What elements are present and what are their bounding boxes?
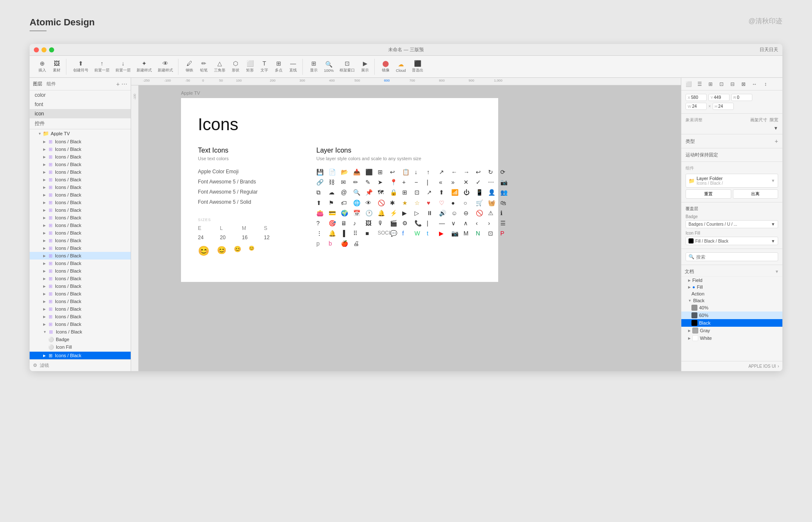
toolbar-line-btn[interactable]: — 直线 [286,59,300,75]
sidebar-bottom[interactable]: ⚙ 滤镜 [30,359,131,371]
close-button[interactable] [34,47,39,52]
page-widget[interactable]: 控件 [30,118,131,129]
page-font[interactable]: font [30,100,131,109]
toolbar-export-btn[interactable]: ⬛ 普选出 [409,59,426,75]
sidebar-pages: color font icon 控件 [30,90,131,129]
layer-item-23[interactable]: ▶ ⊞ Icons / Black [30,313,131,320]
sidebar-tab-layers[interactable]: 图层 [33,81,42,87]
toolbar-shape-btn[interactable]: ⬡ 形状 [229,59,242,75]
layer-item-10[interactable]: ▶ ⊞ Icons / Black [30,214,131,221]
layer-item-16[interactable]: ▶ ⊞ Icons / Black [30,260,131,267]
canvas-viewport[interactable]: Apple TV Icons Text Icons Use text color… [139,85,681,371]
rs-tree-60[interactable]: 60% [681,312,782,319]
rs-tree-black[interactable]: Black [681,319,782,327]
layer-item-12[interactable]: ▶ ⊞ Icons / Black [30,229,131,237]
layer-item-9[interactable]: ▶ ⊞ Icons / Black [30,206,131,214]
coord-y[interactable]: Y 449 [708,94,730,101]
minimize-button[interactable] [41,47,47,52]
toolbar-view-btn[interactable]: 👁 新建样式 [155,59,176,75]
rs-dropdown-type[interactable]: ▼ [774,126,778,131]
rs-align-btn-7[interactable]: ↔ [750,79,759,89]
layer-item-14[interactable]: ▶ ⊞ Icons / Black [30,244,131,252]
layer-item-11[interactable]: ▶ ⊞ Icons / Black [30,221,131,229]
page-title-block: Atomic Design [30,17,95,31]
layer-item-22[interactable]: ▶ ⊞ Icons / Black [30,305,131,313]
sidebar-add-btn[interactable]: + [116,81,120,87]
layer-item-active[interactable]: ▶ ⊞ Icons / Black [30,352,131,359]
coord-r[interactable]: R 0 [731,94,752,101]
toolbar-pen-btn[interactable]: 🖊 钢铁 [183,59,196,75]
layer-item-15[interactable]: ▶ ⊞ Icons / Black [30,252,131,260]
toolbar-back-btn[interactable]: ↓ 前置一层 [113,59,133,75]
layer-item-17[interactable]: ▶ ⊞ Icons / Black [30,267,131,275]
layer-group-appletv[interactable]: ▼ 📁 Apple TV [30,129,131,138]
toolbar-text-btn[interactable]: T 文字 [258,59,271,75]
rs-tree-40[interactable]: 40% [681,304,782,312]
search-input[interactable] [696,254,775,260]
canvas-area[interactable]: -250 -100 -50 0 50 100 200 300 400 500 6… [131,78,681,371]
layer-item-8[interactable]: ▶ ⊞ Icons / Black [30,199,131,206]
page-color[interactable]: color [30,90,131,100]
layer-item-iconfill[interactable]: ⚪ Icon Fill [30,343,131,351]
toolbar-cloud-btn[interactable]: ☁ Cloud [393,59,409,75]
maximize-button[interactable] [49,47,54,52]
layer-item-0[interactable]: ▶ ⊞ Icons / Black [30,138,131,145]
toolbar-rect-btn[interactable]: ⬜ 矩形 [243,59,257,75]
layer-item-25[interactable]: ▼ ⊞ Icons / Black [30,328,131,336]
sidebar-search-btn[interactable]: ⋯ [121,81,127,87]
toolbar-create-symbol-btn[interactable]: ⬆ 创建符号 [71,59,91,75]
rs-reset-btn[interactable]: 重置 [686,189,731,199]
toolbar-triangle-btn[interactable]: △ 三角形 [211,59,228,75]
rs-tree-field[interactable]: ▶ Field [681,277,782,284]
toolbar-forward-btn[interactable]: ↑ 前置一层 [92,59,112,75]
rs-tree-action[interactable]: Action [681,290,782,297]
rs-align-btn-4[interactable]: ⊡ [717,79,726,89]
layer-item-13[interactable]: ▶ ⊞ Icons / Black [30,237,131,244]
layer-item-5[interactable]: ▶ ⊞ Icons / Black [30,176,131,183]
rs-tree-black-group[interactable]: ▼ Black [681,297,782,304]
layer-item-20[interactable]: ▶ ⊞ Icons / Black [30,290,131,298]
rs-align-btn-1[interactable]: ⬜ [684,79,693,89]
toolbar-display-btn[interactable]: ⊞ 显示 [307,59,321,75]
toolbar-pencil-btn[interactable]: ✏ 铅笔 [197,59,211,75]
coord-h[interactable]: H 24 [713,103,734,110]
coord-x[interactable]: X 580 [686,94,707,101]
toolbar-style-btn[interactable]: ✦ 新建样式 [134,59,154,75]
toolbar-mirror-btn[interactable]: ⬤ 镜像 [379,59,392,75]
layer-item-1[interactable]: ▶ ⊞ Icons / Black [30,145,131,153]
rs-add-btn[interactable]: + [775,138,778,145]
toolbar-frame-btn[interactable]: ⊡ 框架窗口 [337,59,357,75]
layer-item-2[interactable]: ▶ ⊞ Icons / Black [30,153,131,161]
icon-dots: ⋮ [316,230,326,237]
toolbar-insert-btn[interactable]: ⊕ 插入 [36,59,49,75]
layer-item-4[interactable]: ▶ ⊞ Icons / Black [30,168,131,176]
rs-tree-white[interactable]: ▶ White [681,334,782,342]
layer-item-18[interactable]: ▶ ⊞ Icons / Black [30,275,131,282]
rs-tree-gray[interactable]: ▶ Gray [681,327,782,334]
rs-tree-fill[interactable]: ▶ ● Fill [681,284,782,290]
layer-item-label-9: Icons / Black [55,208,81,213]
rs-align-btn-8[interactable]: ↕ [761,79,770,89]
layer-item-7[interactable]: ▶ ⊞ Icons / Black [30,191,131,199]
toolbar-preview-btn[interactable]: ▶ 展示 [358,59,372,75]
rs-fill-dropdown[interactable]: Fill / Black / Black ▼ [686,237,778,245]
page-icon[interactable]: icon [30,109,131,118]
rs-badge-dropdown[interactable]: Badges / Counters / U / ... ▼ [686,220,778,228]
layer-item-24[interactable]: ▶ ⊞ Icons / Black [30,320,131,328]
coord-w[interactable]: W 24 [686,103,707,110]
rs-align-btn-2[interactable]: ☰ [695,79,704,89]
toolbar-assets-btn[interactable]: 🖼 素材 [50,59,63,75]
sidebar-tab-components[interactable]: 组件 [47,81,56,87]
layer-item-21[interactable]: ▶ ⊞ Icons / Black [30,298,131,305]
layer-item-6[interactable]: ▶ ⊞ Icons / Black [30,183,131,191]
rs-align-btn-3[interactable]: ⊞ [706,79,715,89]
layer-item-19[interactable]: ▶ ⊞ Icons / Black [30,282,131,290]
toolbar-zoom-btn[interactable]: 🔍 100% [321,59,336,75]
layer-item-badge[interactable]: ⚪ Badge [30,336,131,343]
rs-align-btn-5[interactable]: ⊟ [728,79,737,89]
toolbar-multipoint-btn[interactable]: ⊞ 多点 [272,59,285,75]
layer-item-icon-14: ⊞ [47,245,53,251]
rs-detach-btn[interactable]: 出离 [733,189,779,199]
rs-align-btn-6[interactable]: ⊠ [739,79,748,89]
layer-item-3[interactable]: ▶ ⊞ Icons / Black [30,161,131,168]
